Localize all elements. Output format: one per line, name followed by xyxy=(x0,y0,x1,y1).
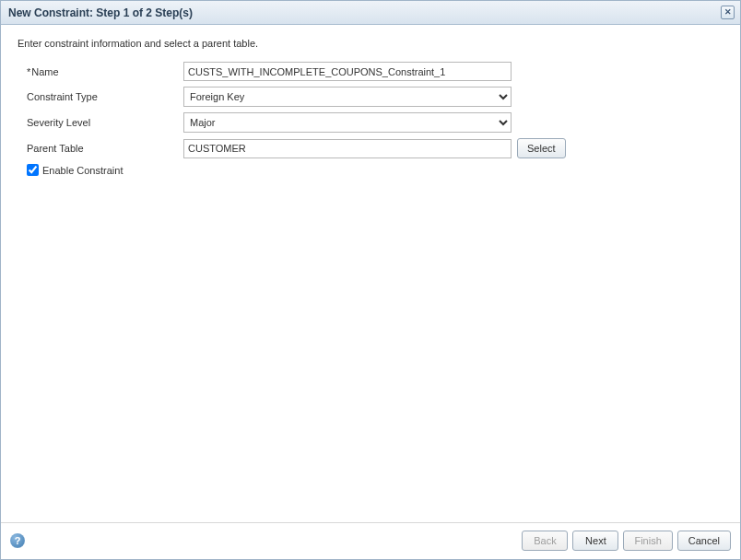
row-enable-constraint: Enable Constraint xyxy=(18,164,723,176)
finish-button[interactable]: Finish xyxy=(623,531,672,551)
close-icon[interactable]: ✕ xyxy=(721,6,735,19)
next-button[interactable]: Next xyxy=(572,531,618,551)
footer-buttons: Back Next Finish Cancel xyxy=(522,531,731,551)
cancel-button[interactable]: Cancel xyxy=(677,531,731,551)
label-name: Name xyxy=(18,66,183,77)
label-severity-level: Severity Level xyxy=(18,117,183,128)
row-severity-level: Severity Level Major xyxy=(18,112,723,133)
titlebar: New Constraint: Step 1 of 2 Step(s) ✕ xyxy=(1,1,740,25)
help-icon[interactable]: ? xyxy=(10,533,25,548)
name-input[interactable] xyxy=(183,62,512,81)
back-button[interactable]: Back xyxy=(522,531,568,551)
label-constraint-type: Constraint Type xyxy=(18,91,183,102)
footer: ? Back Next Finish Cancel xyxy=(1,523,740,559)
row-name: Name xyxy=(18,62,723,81)
parent-table-input[interactable] xyxy=(183,139,512,158)
label-parent-table: Parent Table xyxy=(18,143,183,154)
label-enable-constraint: Enable Constraint xyxy=(42,165,123,176)
instruction-text: Enter constraint information and select … xyxy=(18,38,723,49)
dialog-title: New Constraint: Step 1 of 2 Step(s) xyxy=(8,6,193,19)
enable-constraint-checkbox[interactable] xyxy=(27,164,39,176)
content-area: Enter constraint information and select … xyxy=(1,25,740,522)
select-parent-table-button[interactable]: Select xyxy=(517,138,566,158)
row-constraint-type: Constraint Type Foreign Key xyxy=(18,87,723,107)
dialog-window: New Constraint: Step 1 of 2 Step(s) ✕ En… xyxy=(0,0,741,560)
severity-level-select[interactable]: Major xyxy=(183,112,512,133)
row-parent-table: Parent Table Select xyxy=(18,138,723,158)
constraint-type-select[interactable]: Foreign Key xyxy=(183,87,512,107)
